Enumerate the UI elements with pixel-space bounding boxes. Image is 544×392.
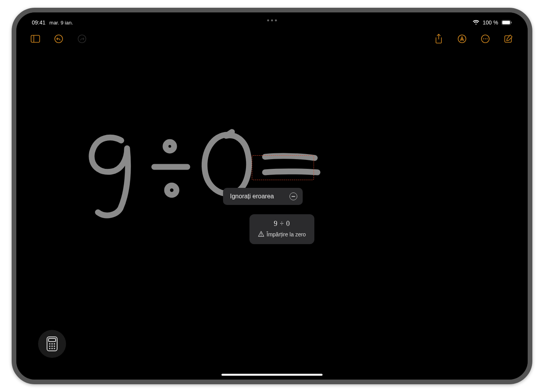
- calculator-button[interactable]: [38, 330, 66, 358]
- error-expression: 9 ÷ 0: [258, 220, 306, 228]
- svg-point-9: [483, 38, 484, 39]
- screen: 09:41 mar. 9 ian. 100 %: [16, 12, 528, 380]
- status-left: 09:41 mar. 9 ian.: [32, 19, 73, 26]
- svg-point-20: [49, 343, 51, 345]
- svg-point-27: [51, 348, 53, 349]
- hw-button: [47, 8, 65, 9]
- warning-icon: [258, 231, 264, 238]
- error-message: Împărțire la zero: [267, 231, 306, 238]
- svg-point-28: [54, 348, 55, 349]
- status-bar: 09:41 mar. 9 ian. 100 %: [16, 18, 528, 27]
- svg-point-22: [54, 343, 55, 345]
- status-time: 09:41: [32, 19, 45, 26]
- ignore-error-label: Ignorați eroarea: [230, 193, 274, 200]
- minus-circle-icon: [289, 193, 297, 200]
- battery-pct: 100 %: [483, 19, 498, 26]
- svg-rect-2: [511, 22, 512, 24]
- math-canvas[interactable]: Ignorați eroarea 9 ÷ 0 Împărțire la zero: [16, 47, 528, 380]
- multitask-dots[interactable]: [267, 19, 277, 21]
- svg-point-26: [49, 348, 51, 349]
- hw-button: [71, 8, 98, 9]
- error-info-card: 9 ÷ 0 Împărțire la zero: [249, 214, 314, 244]
- svg-point-24: [51, 345, 53, 347]
- battery-icon: [501, 20, 512, 25]
- svg-point-10: [485, 38, 486, 39]
- markup-button[interactable]: [456, 33, 468, 45]
- redo-button: [76, 33, 88, 45]
- hw-led: [12, 156, 12, 159]
- wifi-icon: [473, 20, 479, 25]
- svg-point-17: [261, 235, 262, 236]
- compose-button[interactable]: [503, 33, 514, 45]
- hw-button: [102, 8, 129, 9]
- more-button[interactable]: [479, 33, 491, 45]
- sidebar-toggle-button[interactable]: [30, 33, 41, 45]
- share-button[interactable]: [433, 33, 445, 45]
- status-right: 100 %: [473, 19, 512, 26]
- ipad-frame: 09:41 mar. 9 ian. 100 %: [12, 8, 532, 384]
- ignore-error-button[interactable]: Ignorați eroarea: [223, 188, 303, 205]
- home-indicator[interactable]: [221, 374, 323, 376]
- svg-rect-19: [49, 338, 56, 342]
- svg-rect-3: [31, 35, 40, 42]
- toolbar: [16, 30, 528, 47]
- svg-point-25: [54, 345, 55, 347]
- svg-point-15: [167, 186, 176, 195]
- svg-point-23: [49, 345, 51, 347]
- undo-button[interactable]: [53, 33, 65, 45]
- svg-point-21: [51, 343, 53, 345]
- svg-point-11: [486, 38, 487, 39]
- error-highlight-box[interactable]: [252, 155, 314, 180]
- status-date: mar. 9 ian.: [49, 20, 73, 26]
- svg-point-13: [166, 142, 174, 151]
- svg-rect-1: [502, 21, 510, 24]
